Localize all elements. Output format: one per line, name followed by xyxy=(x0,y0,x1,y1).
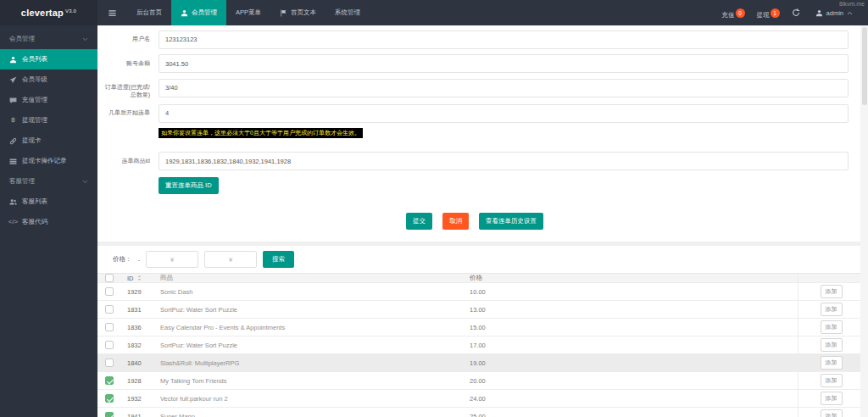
chain-start-label: 几单后开始连单 xyxy=(101,103,150,147)
form-actions: 提交 取消 查看连单历史设置 xyxy=(101,213,849,230)
sidebar-section-member-management[interactable]: 会员管理 xyxy=(0,29,97,49)
sidebar-item-recharge-management[interactable]: 充值管理 xyxy=(0,90,97,110)
nav-item-label: 首页文本 xyxy=(291,8,316,17)
row-checkbox[interactable] xyxy=(105,412,114,417)
sidebar-item-withdraw-management[interactable]: ฿提现管理 xyxy=(0,110,97,131)
sidebar-item-label: 提现卡 xyxy=(22,136,42,145)
nav-home-text[interactable]: 首页文本 xyxy=(270,0,326,25)
add-button[interactable]: 添加 xyxy=(821,356,843,370)
header-product: 商品 xyxy=(157,274,466,282)
chain-warning-note: 如果你要设置连单，这里必须大于0且大于等于用户完成的订单数才会生效。 xyxy=(159,128,363,138)
admin-dropdown[interactable]: admin xyxy=(809,9,860,17)
row-price: 13.00 xyxy=(466,306,798,314)
row-price: 25.00 xyxy=(466,413,798,417)
row-product: Slash&Roll: MultiplayerRPG xyxy=(157,359,466,367)
scrollbar-track xyxy=(860,25,868,417)
add-button[interactable]: 添加 xyxy=(821,303,843,316)
add-button[interactable]: 添加 xyxy=(821,320,843,334)
submit-button[interactable]: 提交 xyxy=(406,213,432,230)
table-body: 1929Sonic Dash10.00添加1831SortPuz: Water … xyxy=(97,283,860,417)
search-button[interactable]: 搜索 xyxy=(263,251,294,268)
send-icon xyxy=(9,76,17,84)
row-price: 24.00 xyxy=(466,395,798,403)
row-checkbox[interactable] xyxy=(105,376,114,385)
recharge-badge: 0 xyxy=(736,8,745,18)
row-price: 19.00 xyxy=(466,359,798,367)
chevron-down-icon xyxy=(82,179,88,185)
row-checkbox[interactable] xyxy=(105,359,114,367)
recharge-label: 充值 xyxy=(722,11,735,19)
recharge-menu-item[interactable]: 充值 0 xyxy=(714,7,748,19)
chain-product-ids-input[interactable] xyxy=(159,152,849,170)
nav-item-label: 系统管理 xyxy=(335,8,360,17)
sort-icon[interactable] xyxy=(136,275,142,281)
sidebar-item-service-code[interactable]: </>客服代码 xyxy=(0,212,97,232)
row-checkbox[interactable] xyxy=(105,287,114,296)
sidebar-item-label: 提现卡操作记录 xyxy=(22,157,67,165)
table-header: ID 商品 价格 xyxy=(97,273,860,283)
username-input[interactable] xyxy=(159,31,849,49)
chain-start-input[interactable] xyxy=(159,104,849,123)
withdraw-menu-item[interactable]: 提现 1 xyxy=(748,7,783,19)
topbar-nav: 后台首页会员管理APP菜单首页文本系统管理 xyxy=(127,0,370,25)
sidebar-item-member-level[interactable]: 会员等级 xyxy=(0,70,97,90)
refresh-button[interactable] xyxy=(783,8,809,17)
header-action xyxy=(798,274,860,282)
add-button[interactable]: 添加 xyxy=(821,285,843,298)
order-progress-input[interactable] xyxy=(159,79,849,97)
add-button[interactable]: 添加 xyxy=(821,392,843,405)
add-button[interactable]: 添加 xyxy=(821,374,843,387)
row-checkbox-cell xyxy=(97,341,121,349)
reset-chain-product-id-button[interactable]: 重置连单商品 ID xyxy=(159,177,219,194)
select-all-checkbox[interactable] xyxy=(105,274,114,282)
row-action-cell: 添加 xyxy=(798,354,860,371)
row-product: Easy Calendar Pro - Events & Appointment… xyxy=(157,324,466,331)
row-id: 1832 xyxy=(121,342,157,349)
nav-system-management[interactable]: 系统管理 xyxy=(326,0,370,25)
row-checkbox[interactable] xyxy=(105,394,114,403)
nav-dashboard[interactable]: 后台首页 xyxy=(127,0,171,25)
nav-member-management[interactable]: 会员管理 xyxy=(171,0,226,25)
add-button[interactable]: 添加 xyxy=(821,409,843,417)
balance-input[interactable] xyxy=(159,54,849,73)
header-id: ID xyxy=(121,275,157,282)
add-button[interactable]: 添加 xyxy=(821,338,843,352)
row-product: Sonic Dash xyxy=(157,288,466,296)
row-checkbox[interactable] xyxy=(105,323,114,331)
row-product: Super Mario xyxy=(157,413,466,417)
row-price: 10.00 xyxy=(466,288,798,296)
app-logo: clevertap V3.0 xyxy=(0,0,97,25)
row-action-cell: 添加 xyxy=(798,390,860,407)
sidebar-item-label: 充值管理 xyxy=(22,96,47,104)
row-checkbox[interactable] xyxy=(105,341,114,349)
chevron-down-icon xyxy=(82,36,88,42)
sidebar-item-member-list[interactable]: 会员列表 xyxy=(0,49,97,70)
link-icon xyxy=(9,137,17,145)
row-action-cell: 添加 xyxy=(798,336,860,353)
row-checkbox-cell xyxy=(97,305,121,314)
cancel-button[interactable]: 取消 xyxy=(442,213,469,230)
row-product: My Talking Tom Friends xyxy=(157,377,466,385)
row-checkbox-cell xyxy=(97,376,121,385)
scrollbar-thumb[interactable] xyxy=(862,27,867,105)
row-checkbox[interactable] xyxy=(105,305,114,314)
chevron-up-icon xyxy=(847,10,853,16)
price-max-input[interactable] xyxy=(204,251,257,268)
view-chain-history-button[interactable]: 查看连单历史设置 xyxy=(479,213,543,230)
menu-toggle-button[interactable] xyxy=(97,0,127,25)
sidebar-section-service-management[interactable]: 客服管理 xyxy=(0,171,97,192)
user-icon xyxy=(9,56,17,64)
row-id: 1840 xyxy=(121,359,157,367)
sidebar-item-service-list[interactable]: 客服列表 xyxy=(0,192,97,212)
username-label: 用户名 xyxy=(101,30,150,49)
nav-app-menu[interactable]: APP菜单 xyxy=(226,0,270,25)
sidebar-item-label: 客服列表 xyxy=(22,197,47,206)
sidebar-item-withdraw-card-log[interactable]: 提现卡操作记录 xyxy=(0,151,97,171)
nav-item-label: APP菜单 xyxy=(236,8,261,17)
price-filter-separator: - xyxy=(138,256,141,264)
app-version: V3.0 xyxy=(65,8,76,14)
bitcoin-icon: ฿ xyxy=(9,117,17,125)
sidebar-item-withdraw-card[interactable]: 提现卡 xyxy=(0,131,97,151)
price-filter-label: 价格： xyxy=(113,255,132,264)
price-min-input[interactable] xyxy=(146,251,198,268)
